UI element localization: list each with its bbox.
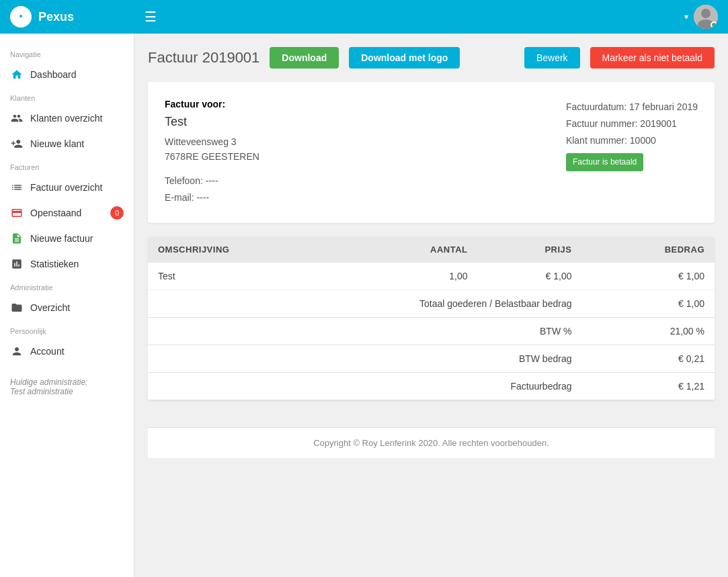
openstaand-badge: 0 [110, 206, 124, 220]
invoice-header: Factuur voor: Test Witteveensweg 3 7678R… [165, 99, 698, 206]
summary-row-totaal: Totaal goederen / Belastbaar bedrag € 1,… [148, 290, 715, 318]
facturen-section: Facturen Factuur overzicht Openstaand 0 … [0, 157, 134, 277]
row-price: € 1,00 [478, 263, 582, 290]
page-title: Factuur 2019001 [148, 49, 259, 66]
overview-icon [10, 301, 24, 314]
factuurbedrag-value: € 1,21 [581, 373, 715, 400]
footer: Copyright © Roy Lenferink 2020. Alle rec… [148, 427, 715, 458]
summary-row-factuurbedrag: Factuurbedrag € 1,21 [148, 373, 715, 400]
row-quantity: 1,00 [351, 263, 478, 290]
current-admin: Huidige administratie: Test administrati… [0, 364, 134, 403]
app-name: Pexus [38, 10, 74, 24]
sidebar-item-label: Nieuwe factuur [30, 233, 93, 244]
new-invoice-icon [10, 232, 24, 245]
avatar[interactable] [694, 5, 718, 29]
topbar: Pexus ☰ ▾ [0, 0, 728, 34]
page-header: Factuur 2019001 Download Download met lo… [148, 47, 715, 69]
logo-icon [10, 6, 32, 28]
summary-row-btw-bedrag: BTW bedrag € 0,21 [148, 345, 715, 373]
table-row: Test 1,00 € 1,00 € 1,00 [148, 263, 715, 290]
svg-point-2 [701, 9, 711, 18]
totaal-label: Totaal goederen / Belastbaar bedrag [148, 290, 581, 318]
layout: Navigatie Dashboard Klanten Klanten over… [0, 34, 728, 577]
totaal-value: € 1,00 [581, 290, 715, 318]
btw-percent-label: BTW % [148, 318, 581, 345]
sidebar-item-label: Openstaand [30, 208, 81, 218]
invoice-date: Factuurdatum: 17 februari 2019 [566, 99, 698, 116]
current-admin-label: Huidige administratie: [10, 378, 124, 387]
users-icon [10, 112, 24, 125]
row-description: Test [148, 263, 351, 290]
col-bedrag: BEDRAG [581, 236, 715, 263]
sidebar-item-label: Dashboard [30, 69, 77, 80]
sidebar: Navigatie Dashboard Klanten Klanten over… [0, 34, 134, 577]
user-dropdown-arrow[interactable]: ▾ [684, 12, 688, 21]
persoonlijk-section-label: Persoonlijk [0, 320, 134, 339]
invoice-number: Factuur nummer: 2019001 [566, 116, 698, 132]
main-content: Factuur 2019001 Download Download met lo… [134, 34, 728, 577]
invoice-address: Witteveensweg 3 7678RE GEESTEREN [165, 134, 259, 165]
edit-button[interactable]: Bewerk [524, 47, 580, 69]
list-icon [10, 181, 24, 194]
summary-row-btw-percent: BTW % 21,00 % [148, 318, 715, 345]
invoice-meta: Factuurdatum: 17 februari 2019 Factuur n… [566, 99, 698, 206]
address-line2: 7678RE GEESTEREN [165, 149, 259, 164]
admin-section-label: Administratie [0, 277, 134, 295]
online-indicator [711, 21, 717, 28]
home-icon [10, 68, 24, 81]
sidebar-item-nieuwe-factuur[interactable]: Nieuwe factuur [0, 226, 134, 251]
email: E-mail: ---- [165, 189, 259, 206]
invoice-client-name: Test [165, 115, 259, 129]
admin-section: Administratie Overzicht [0, 277, 134, 320]
table-header-row: OMSCHRIJVING AANTAL PRIJS BEDRAG [148, 236, 715, 263]
download-button[interactable]: Download [270, 47, 339, 69]
mark-unpaid-button[interactable]: Markeer als niet betaald [590, 47, 715, 69]
sidebar-item-label: Klanten overzicht [30, 113, 102, 124]
address-line1: Witteveensweg 3 [165, 134, 259, 149]
invoice-info-card: Factuur voor: Test Witteveensweg 3 7678R… [148, 82, 715, 223]
sidebar-item-label: Nieuwe klant [30, 138, 84, 149]
sidebar-item-statistieken[interactable]: Statistieken [0, 251, 134, 277]
sidebar-item-openstaand[interactable]: Openstaand 0 [0, 200, 134, 226]
btw-percent-value: 21,00 % [581, 318, 715, 345]
sidebar-item-label: Statistieken [30, 259, 79, 269]
factuurbedrag-label: Factuurbedrag [148, 373, 581, 400]
credit-card-icon [10, 206, 24, 220]
sidebar-item-label: Account [30, 346, 65, 357]
btw-bedrag-value: € 0,21 [581, 345, 715, 373]
sidebar-item-factuur-overzicht[interactable]: Factuur overzicht [0, 175, 134, 200]
col-prijs: PRIJS [478, 236, 582, 263]
persoonlijk-section: Persoonlijk Account [0, 320, 134, 364]
download-logo-button[interactable]: Download met logo [349, 47, 460, 69]
account-icon [10, 345, 24, 358]
col-aantal: AANTAL [351, 236, 478, 263]
client-number: Klant nummer: 10000 [566, 132, 698, 149]
klanten-section-label: Klanten [0, 87, 134, 105]
row-amount: € 1,00 [581, 263, 715, 290]
sidebar-item-klanten-overzicht[interactable]: Klanten overzicht [0, 105, 134, 131]
sidebar-item-account[interactable]: Account [0, 339, 134, 364]
svg-point-0 [19, 15, 22, 17]
sidebar-item-dashboard[interactable]: Dashboard [0, 62, 134, 87]
invoice-for-label: Factuur voor: [165, 99, 259, 109]
sidebar-item-label: Factuur overzicht [30, 182, 102, 193]
invoice-contact: Telefoon: ---- E-mail: ---- [165, 173, 259, 206]
klanten-section: Klanten Klanten overzicht Nieuwe klant [0, 87, 134, 157]
sidebar-item-overzicht[interactable]: Overzicht [0, 295, 134, 320]
facturen-section-label: Facturen [0, 157, 134, 175]
menu-icon[interactable]: ☰ [145, 9, 684, 25]
phone: Telefoon: ---- [165, 173, 259, 189]
invoice-left: Factuur voor: Test Witteveensweg 3 7678R… [165, 99, 259, 206]
paid-badge: Factuur is betaald [566, 153, 643, 172]
nav-section-label: Navigatie [0, 44, 134, 62]
add-user-icon [10, 137, 24, 150]
invoice-table: OMSCHRIJVING AANTAL PRIJS BEDRAG Test 1,… [148, 236, 715, 400]
sidebar-item-nieuwe-klant[interactable]: Nieuwe klant [0, 131, 134, 157]
stats-icon [10, 257, 24, 271]
topbar-right: ▾ [684, 5, 718, 29]
nav-section: Navigatie Dashboard [0, 44, 134, 87]
btw-bedrag-label: BTW bedrag [148, 345, 581, 373]
sidebar-item-label: Overzicht [30, 302, 70, 313]
current-admin-value: Test administratie [10, 387, 124, 396]
col-omschrijving: OMSCHRIJVING [148, 236, 351, 263]
